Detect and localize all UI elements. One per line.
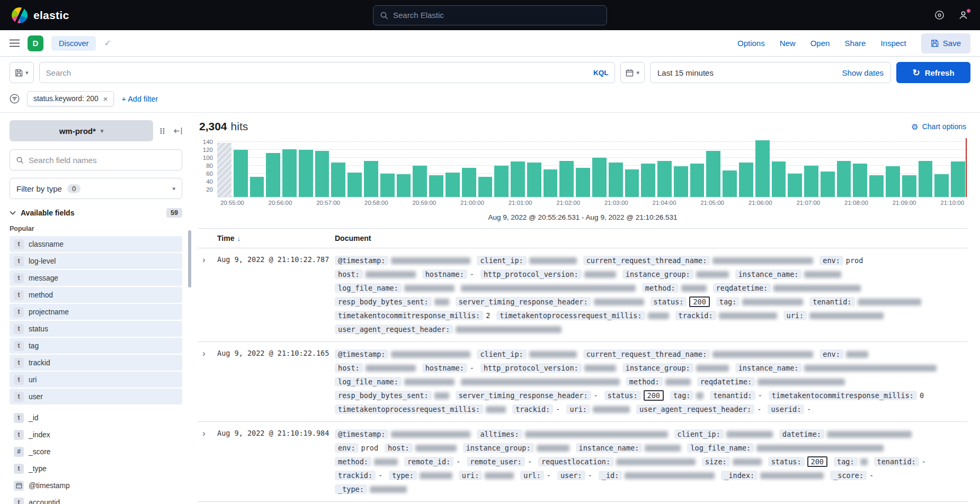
- inspect-link[interactable]: Inspect: [880, 39, 906, 48]
- histogram-bar[interactable]: [331, 163, 345, 197]
- histogram-bar[interactable]: [494, 166, 509, 197]
- histogram-bar[interactable]: [592, 158, 607, 197]
- histogram-bar[interactable]: [723, 170, 737, 197]
- histogram-bar[interactable]: [951, 161, 965, 197]
- time-range-value[interactable]: Last 15 minutes: [657, 68, 714, 77]
- chart-options-button[interactable]: ⚙ Chart options: [911, 122, 966, 131]
- field-item-trackid[interactable]: ttrackid: [10, 355, 182, 371]
- histogram-bar[interactable]: [869, 175, 884, 197]
- histogram-bar[interactable]: [462, 168, 476, 197]
- field-item-_score[interactable]: #_score: [10, 444, 182, 460]
- filter-chip[interactable]: status.keyword: 200 ×: [27, 91, 114, 106]
- histogram-bar[interactable]: [478, 177, 493, 197]
- histogram-bar[interactable]: [315, 151, 329, 197]
- histogram-bar[interactable]: [266, 153, 280, 197]
- histogram-bar[interactable]: [641, 164, 655, 197]
- field-item-message[interactable]: tmessage: [10, 270, 182, 286]
- save-button[interactable]: Save: [921, 33, 970, 53]
- histogram-bar[interactable]: [902, 175, 916, 197]
- options-link[interactable]: Options: [737, 39, 765, 48]
- show-dates-link[interactable]: Show dates: [842, 68, 884, 77]
- histogram-bar[interactable]: [853, 164, 867, 197]
- histogram-bar[interactable]: [804, 166, 818, 197]
- histogram-bar[interactable]: [739, 163, 753, 197]
- field-item-classname[interactable]: tclassname: [10, 236, 182, 252]
- histogram-bar[interactable]: [527, 163, 541, 197]
- field-item-user[interactable]: tuser: [10, 389, 182, 404]
- collapse-sidebar-icon[interactable]: [174, 127, 182, 135]
- user-menu-icon[interactable]: [958, 10, 968, 20]
- field-item-accountid[interactable]: taccountid: [10, 494, 182, 504]
- histogram-bar[interactable]: [821, 172, 835, 197]
- expand-row-icon[interactable]: ›: [198, 255, 210, 265]
- histogram-bar[interactable]: [250, 177, 264, 197]
- space-badge[interactable]: D: [28, 35, 43, 51]
- breadcrumb[interactable]: Discover: [51, 36, 96, 51]
- new-link[interactable]: New: [780, 39, 796, 48]
- filter-remove-icon[interactable]: ×: [103, 95, 108, 103]
- query-input[interactable]: [46, 68, 589, 77]
- share-link[interactable]: Share: [844, 39, 866, 48]
- histogram-bar[interactable]: [234, 150, 248, 197]
- histogram-bar[interactable]: [282, 149, 297, 197]
- histogram-bar[interactable]: [755, 140, 770, 197]
- expand-row-icon[interactable]: ›: [198, 428, 210, 438]
- time-range-control[interactable]: Last 15 minutes Show dates: [650, 62, 891, 83]
- menu-icon[interactable]: [10, 39, 20, 47]
- histogram-bar[interactable]: [625, 169, 639, 197]
- field-item-_type[interactable]: t_type: [10, 461, 182, 476]
- histogram-bar[interactable]: [559, 161, 574, 197]
- histogram-bar[interactable]: [674, 166, 688, 197]
- field-search[interactable]: [10, 149, 182, 170]
- field-item-uri[interactable]: turi: [10, 372, 182, 388]
- elastic-brand[interactable]: elastic: [12, 7, 69, 23]
- histogram-bar[interactable]: [706, 151, 720, 197]
- field-item-method[interactable]: tmethod: [10, 287, 182, 303]
- add-filter-link[interactable]: + Add filter: [121, 95, 158, 103]
- query-input-box[interactable]: KQL: [39, 62, 616, 83]
- filter-by-type-select[interactable]: Filter by type 0 ▾: [10, 178, 182, 199]
- histogram-bar[interactable]: [788, 174, 802, 197]
- field-item-status[interactable]: tstatus: [10, 321, 182, 337]
- field-item-projectname[interactable]: tprojectname: [10, 304, 182, 320]
- sidebar-scrollbar[interactable]: [188, 230, 191, 287]
- histogram-bar-partial[interactable]: [217, 143, 231, 197]
- histogram-bar[interactable]: [299, 150, 313, 197]
- field-item-_index[interactable]: t_index: [10, 427, 182, 443]
- data-view-picker[interactable]: wm-prod* ▾: [10, 120, 153, 141]
- field-item-tag[interactable]: ttag: [10, 338, 182, 354]
- field-item-log-level[interactable]: tlog-level: [10, 253, 182, 269]
- histogram-bar[interactable]: [609, 163, 623, 197]
- histogram-bar[interactable]: [934, 174, 949, 197]
- available-fields-accordion[interactable]: Available fields 59: [10, 208, 182, 218]
- histogram-bar[interactable]: [657, 161, 672, 197]
- global-search[interactable]: [373, 5, 607, 25]
- histogram-bar[interactable]: [446, 173, 460, 197]
- open-link[interactable]: Open: [810, 39, 830, 48]
- grid-dots-icon[interactable]: [159, 128, 167, 134]
- histogram-bar[interactable]: [364, 161, 378, 197]
- kql-badge[interactable]: KQL: [593, 69, 609, 77]
- histogram-bar[interactable]: [397, 174, 411, 197]
- refresh-button[interactable]: ↻ Refresh: [896, 62, 970, 83]
- histogram-bar[interactable]: [544, 169, 558, 197]
- date-picker-button[interactable]: ▾: [620, 62, 645, 83]
- histogram-bar[interactable]: [429, 175, 443, 197]
- histogram-bar[interactable]: [919, 161, 933, 197]
- histogram-bar[interactable]: [886, 166, 900, 197]
- filter-icon[interactable]: [10, 94, 20, 104]
- histogram-bar[interactable]: [576, 168, 590, 197]
- histogram-bar[interactable]: [413, 166, 427, 197]
- field-search-input[interactable]: [29, 156, 176, 165]
- histogram-bar[interactable]: [380, 174, 395, 197]
- histogram-bar[interactable]: [690, 164, 705, 197]
- histogram-bar[interactable]: [772, 161, 786, 197]
- saved-query-button[interactable]: ▾: [10, 62, 34, 83]
- deployment-icon[interactable]: [934, 10, 945, 20]
- field-item-@timestamp[interactable]: @timestamp: [10, 478, 182, 493]
- field-item-_id[interactable]: t_id: [10, 410, 182, 426]
- global-search-input[interactable]: [393, 11, 600, 20]
- time-column-header[interactable]: Time↓: [217, 229, 335, 248]
- expand-row-icon[interactable]: ›: [198, 348, 210, 358]
- histogram-bar[interactable]: [837, 161, 851, 197]
